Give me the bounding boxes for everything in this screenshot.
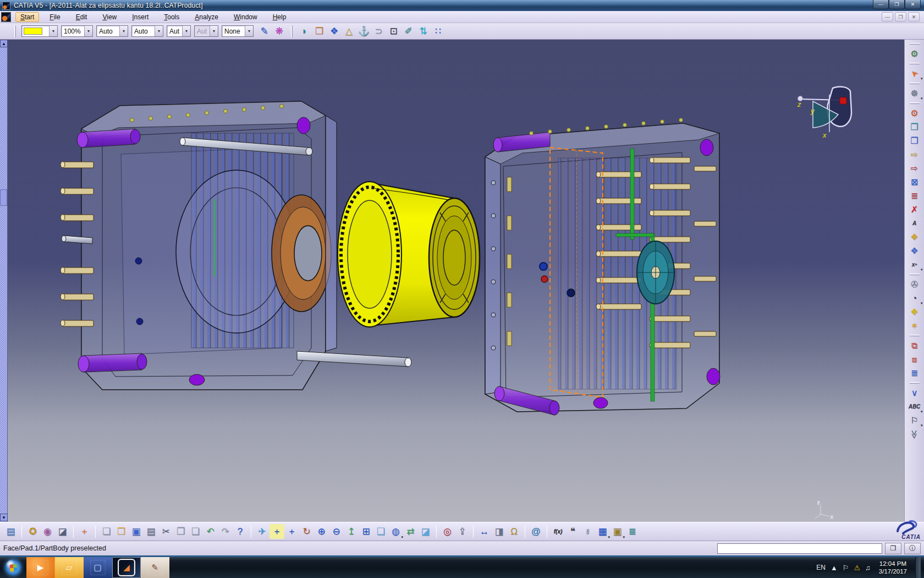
language-indicator[interactable]: EN bbox=[816, 564, 826, 571]
constraint-check-icon[interactable]: ∨ bbox=[906, 386, 923, 400]
normal-view-icon[interactable]: ↥ bbox=[344, 524, 359, 539]
undo-icon[interactable]: ↶ bbox=[203, 524, 218, 539]
equivalent-dimensions-icon[interactable]: ≣ bbox=[625, 524, 640, 539]
rotate-icon[interactable]: ↻ bbox=[299, 524, 314, 539]
show-desktop-button[interactable] bbox=[915, 557, 921, 578]
minimize-button[interactable]: — bbox=[873, 0, 889, 9]
toolbar-drag-handle[interactable] bbox=[910, 83, 920, 84]
child-minimize-button[interactable]: — bbox=[882, 12, 893, 21]
blue-marker-dot[interactable] bbox=[540, 263, 547, 270]
action-center-flag-icon[interactable]: ⚐ bbox=[843, 564, 849, 572]
scrollbar-thumb[interactable] bbox=[0, 189, 7, 206]
design-table-grid-icon[interactable]: ▦▾ bbox=[595, 524, 610, 539]
print-icon[interactable]: ▤ bbox=[144, 524, 158, 539]
comment-icon[interactable]: ❝ bbox=[565, 524, 580, 539]
sync-document-alt-icon[interactable]: ❐ bbox=[906, 134, 923, 148]
graphic-properties-brush-icon[interactable]: ✎ bbox=[257, 24, 272, 39]
document-app-icon[interactable] bbox=[1, 12, 11, 22]
toolbar-drag-handle[interactable] bbox=[291, 25, 293, 37]
red-marker-dot[interactable] bbox=[541, 276, 548, 282]
snap-swap-icon[interactable]: ⧈ bbox=[906, 352, 923, 366]
rendering-combo[interactable]: Aut ▾ bbox=[194, 25, 218, 37]
measure-item-icon[interactable]: ◨ bbox=[492, 524, 507, 539]
frame-annotation-icon[interactable]: A bbox=[906, 216, 923, 230]
measure-inertia-icon[interactable]: Ω bbox=[507, 524, 521, 539]
tree-reorder-icon[interactable]: ≣ bbox=[906, 189, 923, 203]
geometry-window-button[interactable]: ❐ bbox=[885, 543, 901, 554]
toolbar-grip[interactable] bbox=[14, 25, 16, 37]
thickness-combo[interactable]: Auto ▾ bbox=[131, 25, 163, 37]
menu-file[interactable]: File bbox=[45, 12, 65, 22]
layer-combo[interactable]: None ▾ bbox=[222, 25, 254, 37]
compass-free-rotation-handle[interactable] bbox=[840, 97, 846, 104]
menu-window[interactable]: Window bbox=[229, 12, 262, 22]
scroll-down-button[interactable]: ▼ bbox=[0, 514, 8, 521]
graph-tree-icon[interactable]: ❖ bbox=[906, 244, 923, 258]
toolbar-drag-handle[interactable] bbox=[910, 102, 920, 104]
catia-web-icon[interactable]: @ bbox=[529, 524, 543, 539]
exchange-send-icon[interactable]: ⇪ bbox=[455, 524, 470, 539]
menu-edit[interactable]: Edit bbox=[71, 12, 92, 22]
power-input-field[interactable] bbox=[717, 543, 882, 554]
volume-icon[interactable]: ♫ bbox=[865, 564, 871, 572]
turntable-icon[interactable]: ◔▾ bbox=[906, 291, 923, 305]
copper-core-insert[interactable] bbox=[272, 195, 331, 312]
help-book-icon[interactable]: ▤ bbox=[3, 524, 18, 539]
fly-plane-icon[interactable]: ✈ bbox=[255, 524, 270, 539]
camera-snapshot-icon[interactable]: ✇ bbox=[906, 277, 923, 291]
show-hidden-icons[interactable]: ▲ bbox=[831, 564, 838, 572]
flag-note-icon[interactable]: ⚐▾ bbox=[906, 413, 923, 427]
toolbar-drag-handle[interactable] bbox=[910, 335, 920, 336]
product-tree-icon[interactable]: ❖ bbox=[906, 230, 923, 244]
cut-icon[interactable]: ✂ bbox=[158, 524, 173, 539]
toolbar-drag-handle[interactable] bbox=[910, 274, 920, 275]
menu-start[interactable]: Start bbox=[15, 12, 39, 22]
smart-move-icon[interactable]: ∷ bbox=[431, 24, 446, 39]
select-arrow-icon[interactable]: ➤▾ bbox=[906, 67, 923, 80]
child-close-button[interactable]: ✕ bbox=[908, 12, 920, 21]
bucket-part[interactable] bbox=[338, 182, 480, 327]
info-button[interactable]: ⓘ bbox=[904, 543, 921, 554]
menu-tools[interactable]: Tools bbox=[159, 12, 184, 22]
update-gears-icon[interactable]: ⚙ bbox=[906, 47, 923, 61]
properties-wizard-icon[interactable]: ❋ bbox=[272, 24, 287, 39]
menu-insert[interactable]: Insert bbox=[127, 12, 153, 22]
render-shot-icon[interactable]: ◪ bbox=[55, 524, 70, 539]
child-restore-button[interactable]: ❐ bbox=[895, 12, 906, 21]
linetype-combo[interactable]: Auto ▾ bbox=[96, 25, 128, 37]
update-all-icon[interactable]: ⚙ bbox=[906, 106, 923, 120]
isolate-part-icon[interactable]: ⊠ bbox=[906, 175, 923, 189]
snap-grid-icon[interactable]: + bbox=[77, 524, 92, 539]
taskbar-catia[interactable]: ◢ bbox=[112, 557, 141, 578]
network-warning-icon[interactable]: ⚠ bbox=[854, 564, 860, 572]
menu-view[interactable]: View bbox=[97, 12, 122, 22]
close-button[interactable]: ✕ bbox=[905, 0, 921, 9]
anchor-icon[interactable]: ⚓ bbox=[356, 24, 371, 39]
toolbar-drag-handle[interactable] bbox=[910, 382, 920, 384]
fly-mouse-icon[interactable]: ◗ bbox=[297, 24, 312, 39]
open-folder-icon[interactable]: ❒ bbox=[114, 524, 129, 539]
restore-button[interactable]: ❐ bbox=[889, 0, 905, 9]
zoom-out-icon[interactable]: ⊖ bbox=[329, 524, 344, 539]
sync-document-icon[interactable]: ❐ bbox=[906, 120, 923, 134]
sketch-tracer-icon[interactable]: ⊡ bbox=[386, 24, 401, 39]
catalog-globe-icon[interactable]: ✪ bbox=[25, 524, 40, 539]
pan-icon[interactable]: + bbox=[284, 524, 299, 539]
tools-screwdriver-icon[interactable]: ✐ bbox=[401, 24, 416, 39]
material-sphere-icon[interactable]: ◉ bbox=[40, 524, 55, 539]
formula-icon[interactable]: f(x) bbox=[551, 524, 565, 539]
fit-all-icon[interactable]: + bbox=[270, 524, 284, 539]
multi-instantiation-icon[interactable]: xⁿ▾ bbox=[906, 258, 923, 271]
paperclip-icon[interactable]: ⊃ bbox=[371, 24, 386, 39]
transparency-combo[interactable]: 100% ▾ bbox=[61, 25, 93, 37]
hide-screw-icon[interactable]: ✗ bbox=[906, 203, 923, 216]
scene-canvas[interactable]: z y x z x bbox=[0, 40, 904, 522]
compass[interactable]: z y x bbox=[797, 87, 851, 139]
help-cursor-icon[interactable]: ? bbox=[233, 524, 248, 539]
symbol-combo[interactable]: Aut ▾ bbox=[167, 25, 191, 37]
taskbar-clock[interactable]: 12:04 PM 3/17/2017 bbox=[876, 560, 910, 576]
export-document-icon[interactable]: ⇨ bbox=[906, 148, 923, 161]
3d-viewport[interactable]: z y x z x ▲ ▼ bbox=[0, 40, 904, 522]
hide-show-icon[interactable]: ⇄ bbox=[403, 524, 418, 539]
menu-analyze[interactable]: Analyze bbox=[190, 12, 223, 22]
